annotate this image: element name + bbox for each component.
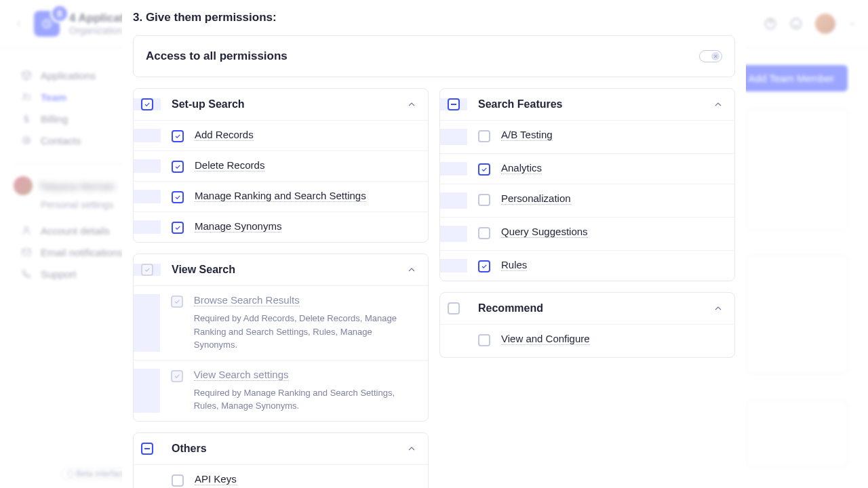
permission-group: OthersAPI Keys [133, 432, 429, 489]
checkbox-unchecked[interactable] [172, 474, 184, 487]
permission-group: Set-up SearchAdd RecordsDelete RecordsMa… [133, 88, 429, 243]
checkbox-locked [171, 296, 183, 308]
permission-group-header[interactable]: Recommend [440, 293, 734, 324]
permission-group-title: Others [172, 443, 395, 455]
checkbox-indeterminate[interactable] [141, 443, 153, 455]
permission-row[interactable]: View and Configure [440, 324, 734, 357]
access-all-card: Access to all permissions ✕ [133, 35, 735, 77]
permission-group: Search FeaturesA/B TestingAnalyticsPerso… [439, 88, 735, 281]
permission-label: Manage Ranking and Search Settings [195, 190, 366, 202]
checkbox-checked[interactable] [172, 222, 184, 234]
checkbox-unchecked[interactable] [478, 130, 490, 142]
permission-group: View SearchBrowse Search ResultsRequired… [133, 253, 429, 422]
checkbox-checked[interactable] [172, 161, 184, 173]
permission-label: API Keys [195, 473, 237, 485]
permission-group-title: View Search [172, 264, 395, 276]
permission-row[interactable]: A/B Testing [440, 120, 734, 153]
permission-row[interactable]: Delete Records [134, 150, 428, 181]
permission-label: Query Suggestions [501, 226, 588, 238]
permission-label: Browse Search Results [194, 294, 300, 306]
permission-label: Rules [501, 259, 527, 271]
permission-label: A/B Testing [501, 129, 553, 141]
permission-group-title: Recommend [478, 302, 702, 314]
checkbox-checked[interactable] [141, 98, 153, 110]
permission-row[interactable]: Manage Ranking and Search Settings [134, 181, 428, 211]
chevron-up-icon[interactable] [406, 443, 417, 454]
checkbox-unchecked[interactable] [478, 194, 490, 206]
permissions-modal: 3. Give them permissions: Access to all … [122, 0, 746, 488]
checkbox-checked[interactable] [172, 130, 184, 142]
checkbox-checked[interactable] [478, 163, 490, 176]
permission-hint: Required by Manage Ranking and Search Se… [194, 386, 417, 413]
permission-group-header[interactable]: View Search [134, 254, 428, 285]
checkbox-checked[interactable] [478, 260, 490, 272]
access-all-label: Access to all permissions [146, 49, 288, 63]
checkbox-locked [171, 370, 183, 382]
permission-label: Analytics [501, 162, 542, 174]
permission-group-header[interactable]: Search Features [440, 89, 734, 120]
checkbox-locked [141, 264, 153, 276]
permission-row[interactable]: Browse Search ResultsRequired by Add Rec… [134, 285, 428, 360]
permission-row[interactable]: Manage Synonyms [134, 211, 428, 242]
permission-label: Manage Synonyms [195, 220, 281, 232]
permission-group-title: Set-up Search [172, 98, 395, 110]
permission-label: View Search settings [194, 369, 289, 381]
chevron-up-icon[interactable] [713, 99, 724, 110]
permission-label: Personalization [501, 192, 571, 205]
chevron-up-icon[interactable] [713, 303, 724, 314]
permission-group-header[interactable]: Set-up Search [134, 89, 428, 120]
permission-group: RecommendView and Configure [439, 292, 735, 358]
step-title: 3. Give them permissions: [133, 11, 735, 24]
permission-label: View and Configure [501, 333, 590, 345]
permission-row[interactable]: Analytics [440, 153, 734, 184]
permission-row[interactable]: View Search settingsRequired by Manage R… [134, 360, 428, 421]
chevron-up-icon[interactable] [406, 99, 417, 110]
checkbox-indeterminate[interactable] [448, 98, 460, 110]
permission-row[interactable]: Rules [440, 250, 734, 281]
checkbox-unchecked[interactable] [478, 334, 490, 346]
checkbox-unchecked[interactable] [478, 227, 490, 239]
permission-label: Add Records [195, 129, 254, 141]
permission-row[interactable]: Personalization [440, 184, 734, 217]
permission-hint: Required by Add Records, Delete Records,… [194, 312, 417, 352]
checkbox-unchecked[interactable] [448, 302, 460, 314]
permission-row[interactable]: Add Records [134, 120, 428, 150]
toggle-off-icon: ✕ [711, 52, 719, 60]
checkbox-checked[interactable] [172, 191, 184, 203]
access-all-toggle[interactable]: ✕ [699, 50, 722, 62]
permission-label: Delete Records [195, 159, 264, 171]
permission-group-header[interactable]: Others [134, 433, 428, 464]
permission-row[interactable]: API Keys [134, 464, 428, 489]
permission-row[interactable]: Query Suggestions [440, 217, 734, 250]
permission-group-title: Search Features [478, 98, 702, 110]
chevron-up-icon[interactable] [406, 264, 417, 275]
